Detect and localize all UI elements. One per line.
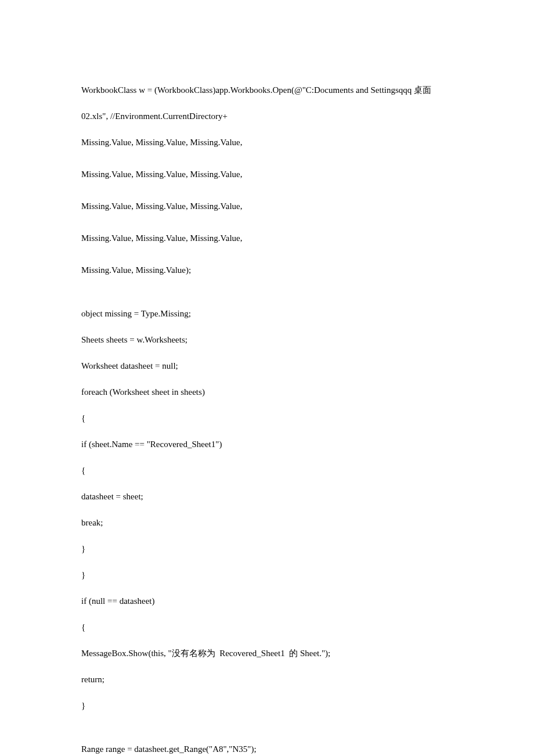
code-line: Missing.Value, Missing.Value, Missing.Va… xyxy=(81,136,456,149)
code-line: return; xyxy=(81,674,456,686)
spacer xyxy=(81,258,456,264)
code-line: if (null == datasheet) xyxy=(81,595,456,607)
code-line: { xyxy=(81,621,456,633)
spacer xyxy=(81,195,456,200)
code-line: Missing.Value, Missing.Value); xyxy=(81,264,456,276)
code-line: } xyxy=(81,569,456,581)
spacer xyxy=(81,163,456,168)
code-line: Missing.Value, Missing.Value, Missing.Va… xyxy=(81,232,456,244)
code-line: datasheet = sheet; xyxy=(81,491,456,503)
code-line: } xyxy=(81,700,456,712)
code-line: { xyxy=(81,412,456,424)
code-line: Sheets sheets = w.Worksheets; xyxy=(81,334,456,346)
code-line: MessageBox.Show(this, "没有名称为 Recovered_S… xyxy=(81,647,456,660)
code-line: { xyxy=(81,465,456,477)
code-line: if (sheet.Name == "Recovered_Sheet1") xyxy=(81,438,456,451)
code-line: WorkbookClass w = (WorkbookClass)app.Wor… xyxy=(81,84,456,96)
spacer xyxy=(81,290,456,308)
code-line: Range range = datasheet.get_Range("A8","… xyxy=(81,743,456,755)
code-line: } xyxy=(81,543,456,555)
code-line: Missing.Value, Missing.Value, Missing.Va… xyxy=(81,168,456,181)
code-line: Missing.Value, Missing.Value, Missing.Va… xyxy=(81,200,456,213)
code-line: Worksheet datasheet = null; xyxy=(81,360,456,372)
code-line: foreach (Worksheet sheet in sheets) xyxy=(81,386,456,398)
document-page: WorkbookClass w = (WorkbookClass)app.Wor… xyxy=(0,0,534,756)
code-line: 02.xls", //Environment.CurrentDirectory+ xyxy=(81,110,456,123)
code-line: object missing = Type.Missing; xyxy=(81,308,456,320)
code-line: break; xyxy=(81,517,456,529)
spacer xyxy=(81,226,456,232)
spacer xyxy=(81,726,456,743)
